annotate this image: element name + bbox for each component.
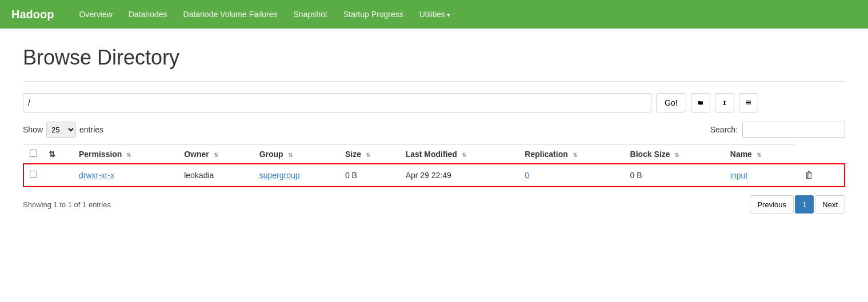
row-last-modified: Apr 29 22:49 <box>400 164 519 187</box>
svg-rect-1 <box>746 101 751 102</box>
row-name: input <box>725 164 794 187</box>
show-label: Show <box>23 125 43 134</box>
previous-button[interactable]: Previous <box>750 195 794 214</box>
name-sort-icons: ⇅ <box>757 152 761 158</box>
delete-icon[interactable]: 🗑 <box>800 168 818 182</box>
page-title: Browse Directory <box>23 46 845 70</box>
search-box: Search: <box>710 122 845 138</box>
main-content: Browse Directory Go! Show <box>0 29 868 231</box>
search-input[interactable] <box>742 122 845 138</box>
sort-icon: ⇅ <box>49 150 55 159</box>
th-owner[interactable]: Owner ⇅ <box>178 145 253 164</box>
nav-snapshot[interactable]: Snapshot <box>286 0 335 29</box>
nav-datanode-volume-failures[interactable]: Datanode Volume Failures <box>175 0 286 29</box>
table-footer: Showing 1 to 1 of 1 entries Previous 1 N… <box>23 195 845 214</box>
entries-select[interactable]: 10 25 50 100 <box>46 122 76 138</box>
page-1-button[interactable]: 1 <box>795 195 814 214</box>
name-link[interactable]: input <box>730 171 747 180</box>
table-header: ⇅ Permission ⇅ Owner ⇅ Group ⇅ Size ⇅ La… <box>23 145 845 164</box>
th-sort: ⇅ <box>43 145 73 164</box>
svg-rect-3 <box>746 104 751 104</box>
th-block-size[interactable]: Block Size ⇅ <box>625 145 725 164</box>
directory-table: ⇅ Permission ⇅ Owner ⇅ Group ⇅ Size ⇅ La… <box>23 144 845 187</box>
search-label: Search: <box>710 125 738 134</box>
nav-utilities-dropdown[interactable]: Utilities <box>411 0 458 29</box>
brand-logo: Hadoop <box>11 8 54 21</box>
entries-label: entries <box>79 125 103 134</box>
owner-sort-icons: ⇅ <box>214 152 218 158</box>
th-last-modified[interactable]: Last Modified ⇅ <box>400 145 519 164</box>
th-name[interactable]: Name ⇅ <box>725 145 794 164</box>
replication-link[interactable]: 0 <box>525 171 529 180</box>
list-icon <box>746 99 751 107</box>
block-size-sort-icons: ⇅ <box>674 152 679 158</box>
row-sort-cell <box>43 164 73 187</box>
th-permission[interactable]: Permission ⇅ <box>73 145 178 164</box>
pagination: Previous 1 Next <box>750 195 845 214</box>
svg-rect-0 <box>723 104 726 105</box>
last-modified-sort-icons: ⇅ <box>462 152 466 158</box>
go-button[interactable]: Go! <box>656 93 686 112</box>
next-button[interactable]: Next <box>815 195 845 214</box>
svg-rect-2 <box>746 102 751 103</box>
select-all-checkbox[interactable] <box>30 150 37 157</box>
th-group[interactable]: Group ⇅ <box>254 145 339 164</box>
folder-icon <box>698 99 703 107</box>
table-body: drwxr-xr-x leokadia supergroup 0 B Apr 2… <box>23 164 845 187</box>
folder-icon-button[interactable] <box>691 93 710 112</box>
showing-text: Showing 1 to 1 of 1 entries <box>23 200 111 209</box>
upload-icon <box>722 98 727 107</box>
row-checkbox-cell <box>23 164 43 187</box>
group-link[interactable]: supergroup <box>259 171 300 180</box>
table-row: drwxr-xr-x leokadia supergroup 0 B Apr 2… <box>23 164 845 187</box>
th-checkbox <box>23 145 43 164</box>
show-entries: Show 10 25 50 100 entries <box>23 122 103 138</box>
permission-link[interactable]: drwxr-xr-x <box>79 171 114 180</box>
row-size: 0 B <box>339 164 400 187</box>
size-sort-icons: ⇅ <box>366 152 370 158</box>
path-input[interactable] <box>23 93 651 112</box>
navbar: Hadoop Overview Datanodes Datanode Volum… <box>0 0 868 29</box>
th-size[interactable]: Size ⇅ <box>339 145 400 164</box>
nav-utilities-toggle[interactable]: Utilities <box>411 0 458 29</box>
row-checkbox[interactable] <box>30 171 37 178</box>
row-owner: leokadia <box>178 164 253 187</box>
group-sort-icons: ⇅ <box>288 152 293 158</box>
nav-overview[interactable]: Overview <box>71 0 120 29</box>
row-group: supergroup <box>254 164 339 187</box>
row-permission: drwxr-xr-x <box>73 164 178 187</box>
controls-row: Show 10 25 50 100 entries Search: <box>23 122 845 138</box>
nav-startup-progress[interactable]: Startup Progress <box>335 0 411 29</box>
row-delete-cell: 🗑 <box>794 164 845 187</box>
row-block-size: 0 B <box>625 164 725 187</box>
permission-sort-icons: ⇅ <box>126 152 131 158</box>
replication-sort-icons: ⇅ <box>573 152 577 158</box>
divider <box>23 81 845 82</box>
path-row: Go! <box>23 93 845 112</box>
th-replication[interactable]: Replication ⇅ <box>519 145 624 164</box>
upload-icon-button[interactable] <box>715 93 734 112</box>
row-replication: 0 <box>519 164 624 187</box>
list-icon-button[interactable] <box>739 93 758 112</box>
nav-datanodes[interactable]: Datanodes <box>121 0 175 29</box>
